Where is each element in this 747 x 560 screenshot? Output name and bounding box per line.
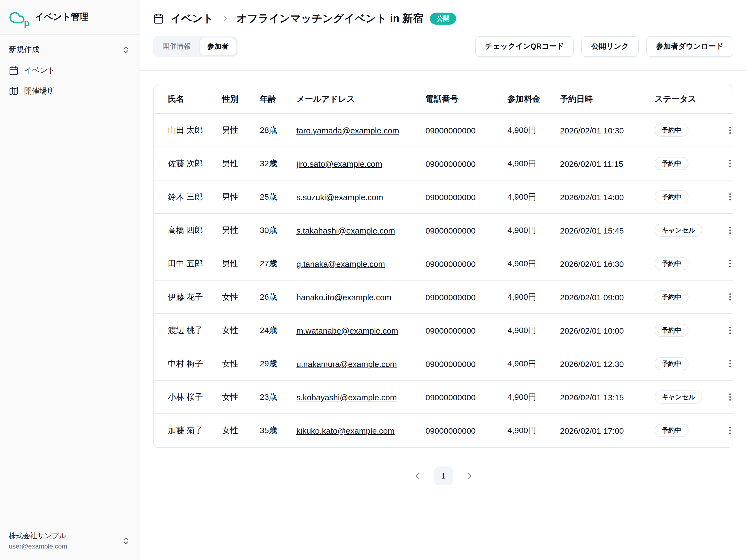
- cell-age: 25歳: [256, 180, 293, 213]
- cell-name: 田中 五郎: [154, 247, 219, 280]
- pagination-page-1[interactable]: 1: [434, 466, 453, 485]
- cell-fee: 4,900円: [504, 180, 557, 213]
- cell-gender: 女性: [219, 314, 256, 347]
- cell-gender: 男性: [219, 213, 256, 247]
- row-menu-button[interactable]: [723, 123, 733, 137]
- col-header-datetime: 予約日時: [557, 85, 651, 113]
- kebab-menu-icon: [725, 426, 733, 436]
- map-icon: [9, 86, 19, 96]
- cell-phone: 09000000000: [422, 180, 504, 213]
- public-link-button[interactable]: 公開リンク: [582, 36, 639, 57]
- status-badge: 予約中: [654, 290, 689, 304]
- row-menu-button[interactable]: [723, 223, 733, 237]
- cell-name: 山田 太郎: [154, 113, 219, 147]
- email-link[interactable]: s.takahashi@example.com: [297, 226, 395, 235]
- cell-datetime: 2026/02/01 12:30: [557, 347, 651, 380]
- app-window: p イベント管理 新規作成 イベント 開催場所: [0, 0, 747, 560]
- cell-status: キャンセル: [651, 213, 720, 247]
- cell-status: 予約中: [651, 147, 720, 180]
- pagination-prev-button[interactable]: [410, 468, 424, 483]
- kebab-menu-icon: [725, 225, 733, 235]
- cell-phone: 09000000000: [422, 314, 504, 347]
- sidebar-header: p イベント管理: [0, 0, 139, 35]
- sidebar-item-new-create[interactable]: 新規作成: [4, 41, 134, 59]
- row-menu-button[interactable]: [723, 323, 733, 337]
- download-participants-button[interactable]: 参加者ダウンロード: [646, 36, 733, 57]
- calendar-icon: [153, 13, 164, 24]
- table-row: 加藤 菊子女性35歳kikuko.kato@example.com0900000…: [154, 414, 733, 447]
- pagination-next-button[interactable]: [462, 468, 476, 483]
- sidebar-item-venues[interactable]: 開催場所: [4, 82, 134, 101]
- cell-gender: 男性: [219, 113, 256, 147]
- sidebar-item-events[interactable]: イベント: [4, 61, 134, 80]
- cell-fee: 4,900円: [504, 347, 557, 380]
- email-link[interactable]: hanako.ito@example.com: [297, 292, 391, 302]
- cell-gender: 男性: [219, 247, 256, 280]
- chevron-right-icon: [465, 470, 474, 480]
- cell-phone: 09000000000: [422, 280, 504, 314]
- status-badge: キャンセル: [654, 224, 702, 237]
- breadcrumb: イベント オフラインマッチングイベント in 新宿 公開: [153, 10, 733, 27]
- cell-status: 予約中: [651, 347, 720, 380]
- col-header-email: メールアドレス: [293, 85, 422, 113]
- cell-phone: 09000000000: [422, 147, 504, 180]
- email-link[interactable]: s.kobayashi@example.com: [297, 392, 397, 402]
- cell-status: キャンセル: [651, 380, 720, 414]
- calendar-icon: [9, 66, 19, 75]
- breadcrumb-item-events[interactable]: イベント: [171, 11, 213, 26]
- row-menu-button[interactable]: [723, 424, 733, 438]
- cell-actions: [720, 113, 733, 147]
- col-header-age: 年齢: [256, 85, 293, 113]
- tab-participants[interactable]: 参加者: [200, 38, 236, 55]
- chevron-left-icon: [412, 470, 422, 480]
- email-link[interactable]: taro.yamada@example.com: [297, 126, 399, 135]
- email-link[interactable]: s.suzuki@example.com: [297, 192, 383, 202]
- cell-gender: 女性: [219, 280, 256, 314]
- kebab-menu-icon: [725, 392, 733, 402]
- participants-tbody: 山田 太郎男性28歳taro.yamada@example.com0900000…: [154, 113, 733, 447]
- cell-name: 佐藤 次郎: [154, 147, 219, 180]
- cell-fee: 4,900円: [504, 380, 557, 414]
- col-header-status: ステータス: [651, 85, 720, 113]
- col-header-actions: [720, 85, 733, 113]
- cell-age: 26歳: [256, 280, 293, 314]
- toolbar: 開催情報 参加者 チェックインQRコード 公開リンク 参加者ダウンロード: [153, 36, 733, 70]
- cell-fee: 4,900円: [504, 147, 557, 180]
- cell-actions: [720, 247, 733, 280]
- sidebar-nav: 新規作成 イベント 開催場所: [0, 35, 139, 106]
- cell-status: 予約中: [651, 414, 720, 447]
- row-menu-button[interactable]: [723, 156, 733, 171]
- table-row: 鈴木 三郎男性25歳s.suzuki@example.com0900000000…: [154, 180, 733, 213]
- cell-fee: 4,900円: [504, 314, 557, 347]
- row-menu-button[interactable]: [723, 256, 733, 271]
- cell-gender: 男性: [219, 147, 256, 180]
- cell-email: taro.yamada@example.com: [293, 113, 422, 147]
- email-link[interactable]: jiro.sato@example.com: [297, 159, 382, 168]
- cell-name: 鈴木 三郎: [154, 180, 219, 213]
- account-menu[interactable]: 株式会社サンプル user@example.com: [0, 524, 139, 560]
- cell-email: s.suzuki@example.com: [293, 180, 422, 213]
- checkin-qr-button[interactable]: チェックインQRコード: [475, 36, 574, 57]
- email-link[interactable]: u.nakamura@example.com: [297, 359, 397, 368]
- email-link[interactable]: kikuko.kato@example.com: [297, 426, 394, 435]
- cell-actions: [720, 180, 733, 213]
- email-link[interactable]: g.tanaka@example.com: [297, 259, 385, 268]
- row-menu-button[interactable]: [723, 290, 733, 304]
- cell-actions: [720, 280, 733, 314]
- tab-group: 開催情報 参加者: [153, 36, 238, 57]
- row-menu-button[interactable]: [723, 357, 733, 371]
- cell-fee: 4,900円: [504, 414, 557, 447]
- cell-name: 小林 桜子: [154, 380, 219, 414]
- cell-datetime: 2026/02/01 11:15: [557, 147, 651, 180]
- kebab-menu-icon: [725, 359, 733, 368]
- cell-gender: 女性: [219, 347, 256, 380]
- cell-status: 予約中: [651, 180, 720, 213]
- email-link[interactable]: m.watanabe@example.com: [297, 326, 398, 335]
- table-header-row: 氏名 性別 年齢 メールアドレス 電話番号 参加料金 予約日時 ステータス: [154, 85, 733, 113]
- cell-fee: 4,900円: [504, 113, 557, 147]
- cell-actions: [720, 314, 733, 347]
- tab-event-info[interactable]: 開催情報: [155, 38, 199, 55]
- participants-table-card: 氏名 性別 年齢 メールアドレス 電話番号 参加料金 予約日時 ステータス 山田…: [153, 85, 733, 448]
- row-menu-button[interactable]: [723, 390, 733, 404]
- row-menu-button[interactable]: [723, 190, 733, 204]
